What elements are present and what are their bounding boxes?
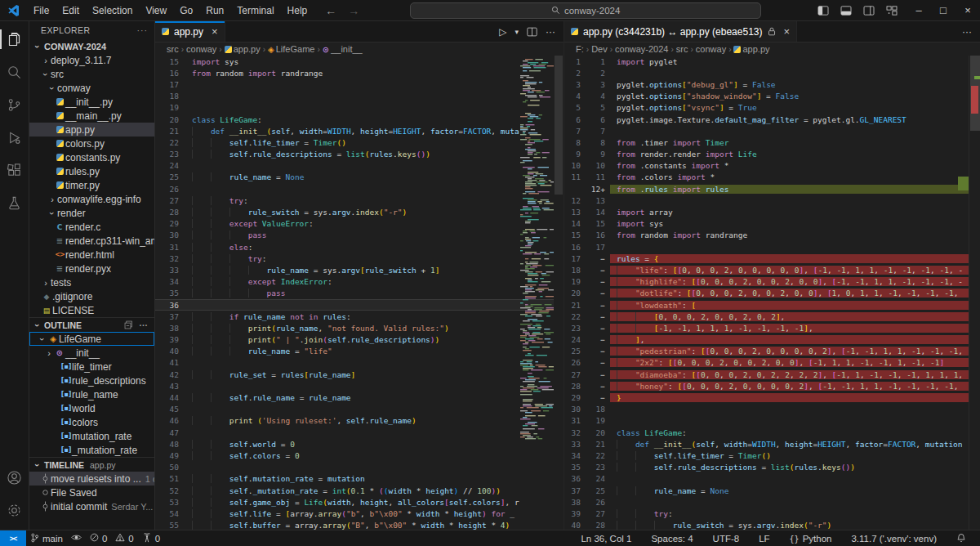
menu-go[interactable]: Go <box>173 5 199 16</box>
code-line[interactable]: 30 pass <box>155 230 564 241</box>
breadcrumb-item[interactable]: conway <box>696 44 726 54</box>
minimap[interactable] <box>519 56 554 530</box>
tree-item-license[interactable]: ▤LICENSE <box>29 303 154 317</box>
tab-app-py[interactable]: app.py × <box>155 21 225 42</box>
diff-line[interactable]: 3725 rule_name = None <box>564 485 980 496</box>
diff-line[interactable]: 88from .timer import Timer <box>564 136 980 148</box>
diff-line[interactable]: 1314import array <box>564 206 980 217</box>
code-line[interactable]: 22 self.life_timer = Timer() <box>155 136 564 148</box>
diff-line[interactable]: 3220class LifeGame: <box>564 427 980 438</box>
menu-terminal[interactable]: Terminal <box>230 5 280 16</box>
gitlens-toggle[interactable] <box>67 530 86 546</box>
search-icon[interactable] <box>0 56 29 88</box>
diff-line[interactable]: 1415import sys <box>564 218 980 230</box>
breadcrumb-item[interactable]: conway <box>186 44 216 54</box>
breadcrumb-item[interactable]: app.py <box>733 44 769 54</box>
breadcrumb-item[interactable]: src <box>676 44 688 54</box>
errors-item[interactable]: 0 <box>86 530 111 546</box>
tree-item-deploy-3-11-7[interactable]: ›deploy_3.11.7 <box>29 53 154 67</box>
code-line[interactable]: 53 self.game_obj = Life(width, height, a… <box>155 496 564 508</box>
tree-item-app-py[interactable]: app.py <box>29 123 154 136</box>
tree-item-conway[interactable]: ›conway <box>29 81 154 95</box>
tree-item-render-cp311-win-amd6-[interactable]: ≡render.cp311-win_amd6... <box>29 234 154 248</box>
close-icon[interactable]: × <box>212 25 218 38</box>
outline-item--mutation-rate[interactable]: [▪]_mutation_rate <box>29 443 154 457</box>
code-line[interactable]: 47 <box>155 427 564 438</box>
outline-item-colors[interactable]: [▪]colors <box>29 415 154 429</box>
code-line[interactable]: 48 self.world = 0 <box>155 438 564 450</box>
code-line[interactable]: 19 <box>155 102 564 114</box>
diff-line[interactable]: 3119 <box>564 415 980 427</box>
explorer-more-icon[interactable]: ··· <box>137 25 149 35</box>
code-line[interactable]: 50 <box>155 462 564 473</box>
code-line[interactable]: 51 self.mutation_rate = mutation <box>155 473 564 485</box>
diff-line[interactable]: 55pyglet.options["vsync"] = True <box>564 102 980 114</box>
code-line[interactable]: 43 <box>155 380 564 392</box>
tab-diff[interactable]: app.py (c344231b) ↔ app.py (ebeae513) × <box>564 21 797 42</box>
python-interpreter[interactable]: 3.11.7 ('.venv': venv) <box>847 530 941 546</box>
diff-line-del[interactable]: 24− ], <box>564 334 980 346</box>
customize-layout-icon[interactable] <box>880 2 903 20</box>
code-line[interactable]: 34 except IndexError: <box>155 276 564 288</box>
diff-line-del[interactable]: 23− [-1, -1, 1, 1, 1, -1, -1, -1, -1], <box>564 322 980 333</box>
close-button[interactable]: × <box>956 1 980 20</box>
tree-item-tests[interactable]: ›tests <box>29 275 154 289</box>
code-line[interactable]: 31 else: <box>155 241 564 253</box>
diff-line[interactable]: 22 <box>564 67 980 78</box>
diff-line-add[interactable]: 12+from .rules import rules <box>564 183 980 195</box>
code-line[interactable]: 15import sys <box>155 56 564 67</box>
menu-selection[interactable]: Selection <box>86 5 139 16</box>
diff-line-del[interactable]: 18− "life": [[0, 0, 0, 2, 0, 0, 0, 0, 0]… <box>564 264 980 275</box>
code-line[interactable]: 28 rule_switch = sys.argv.index("-r") <box>155 206 564 217</box>
diff-line-del[interactable]: 21− "lowdeath": [ <box>564 299 980 311</box>
remote-indicator[interactable]: >< <box>0 530 26 546</box>
diff-line[interactable]: 11import pyglet <box>564 56 980 67</box>
outline-item-mutation-rate[interactable]: [▪]mutation_rate <box>29 429 154 443</box>
diff-line[interactable]: 1213 <box>564 195 980 206</box>
timeline-item[interactable]: initial commitSerdar Y... <box>29 499 154 513</box>
tree-item--gitignore[interactable]: ◆.gitignore <box>29 289 154 303</box>
code-line[interactable]: 21 def __init__(self, width=WIDTH, heigh… <box>155 125 564 136</box>
tree-item--main-py[interactable]: __main__.py <box>29 109 154 123</box>
code-editor[interactable]: 15import sys16from random import randran… <box>155 56 564 530</box>
breadcrumb-item[interactable]: app.py <box>225 44 261 54</box>
diff-editor[interactable]: 11import pyglet2233pyglet.options["debug… <box>564 56 980 530</box>
outline-item-world[interactable]: [▪]world <box>29 401 154 415</box>
diff-line-del[interactable]: 28− "honey": [[0, 0, 0, 2, 0, 0, 0, 0, 2… <box>564 380 980 392</box>
diff-line-del[interactable]: 26− "2x2": [[0, 0, 0, 2, 0, 0, 2, 0, 0],… <box>564 357 980 369</box>
maximize-button[interactable]: □ <box>931 1 956 20</box>
tree-item-render-pyx[interactable]: ≡render.pyx <box>29 262 154 275</box>
breadcrumb-item[interactable]: Dev <box>591 44 608 54</box>
encoding[interactable]: UTF-8 <box>709 530 744 546</box>
toggle-secondary-sidebar-icon[interactable] <box>858 2 880 20</box>
history-forward-button[interactable]: → <box>348 4 359 17</box>
breadcrumb-item[interactable]: F: <box>576 44 584 54</box>
diff-line-del[interactable]: 17−rules = { <box>564 253 980 264</box>
toggle-panel-icon[interactable] <box>835 2 858 20</box>
language-mode[interactable]: {}Python <box>786 530 836 546</box>
run-python-file-icon[interactable]: ▷ <box>499 26 506 38</box>
code-line[interactable]: 24 <box>155 160 564 172</box>
diff-line-del[interactable]: 25− "pedestrian": [[0, 0, 0, 2, 0, 0, 0,… <box>564 346 980 357</box>
diff-line-del[interactable]: 20− "dotlife": [[0, 0, 0, 2, 0, 0, 2, 0,… <box>564 288 980 299</box>
breadcrumb-item[interactable]: src <box>167 44 179 54</box>
code-line[interactable]: 41 <box>155 357 564 369</box>
toggle-sidebar-icon[interactable] <box>812 2 835 20</box>
diff-line[interactable]: 33pyglet.options["debug_gl"] = False <box>564 78 980 90</box>
tree-item-render-c[interactable]: Crender.c <box>29 220 154 234</box>
indentation[interactable]: Spaces: 4 <box>647 530 697 546</box>
diff-line[interactable]: 44pyglet.options["shadow_window"] = Fals… <box>564 91 980 102</box>
code-line[interactable]: 33 rule_name = sys.argv[rule_switch + 1] <box>155 264 564 275</box>
code-line[interactable]: 45 <box>155 404 564 415</box>
code-line[interactable]: 55 self.buffer = array.array("B", b"\x00… <box>155 520 564 530</box>
outline-more-icon[interactable]: ··· <box>140 320 149 330</box>
diff-line-del[interactable]: 27− "diamoeba": [[0, 0, 0, 2, 0, 2, 2, 2… <box>564 369 980 380</box>
code-line[interactable]: 42 rule_set = rules[rule_name] <box>155 369 564 380</box>
timeline-item[interactable]: move rulesets into ...1 day <box>29 472 154 486</box>
outline-item-rule-name[interactable]: [▪]rule_name <box>29 387 154 401</box>
diff-line[interactable]: 3826 <box>564 496 980 508</box>
tree-item-colors-py[interactable]: colors.py <box>29 136 154 150</box>
source-control-icon[interactable] <box>0 88 29 121</box>
outline-item-rule-descriptions[interactable]: [▪]rule_descriptions <box>29 374 154 387</box>
minimize-button[interactable]: – <box>906 1 931 20</box>
